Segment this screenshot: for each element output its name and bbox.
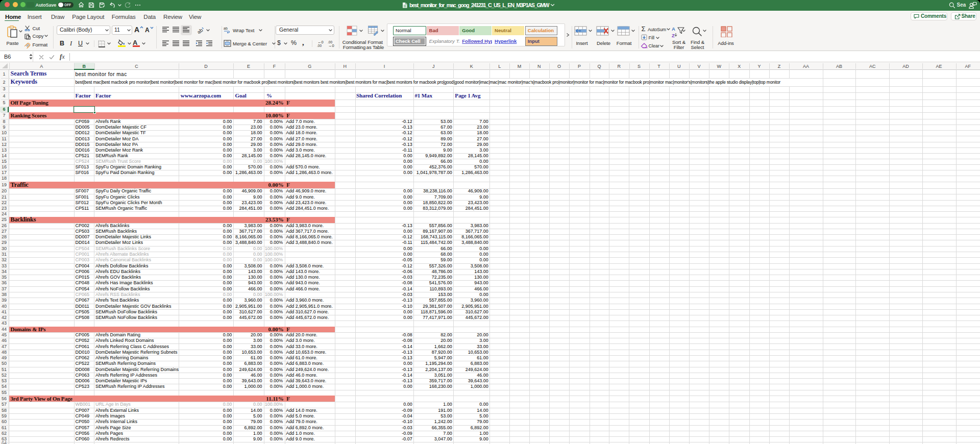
svg-text:Z: Z — [672, 33, 675, 38]
svg-text:ab: ab — [224, 27, 228, 30]
svg-text:A: A — [672, 26, 675, 32]
